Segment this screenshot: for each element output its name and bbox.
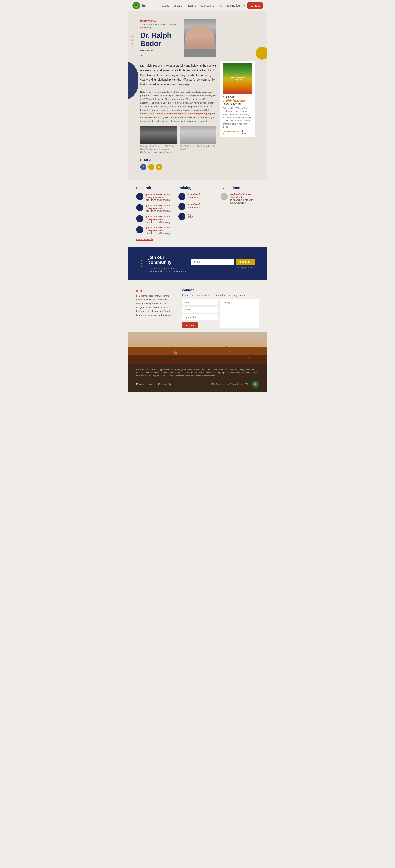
navigation: irm about research training evaluations …: [128, 0, 267, 11]
credits-link[interactable]: Credits: [158, 383, 166, 385]
footer-message-input[interactable]: [220, 299, 259, 329]
bio-main: Dr. Ralph Bodor is a wicihtasow (ally an…: [140, 63, 216, 87]
training-title: training: [178, 186, 217, 190]
research-item-4: iyiniw tâpwêwin ekwa kiskeyitamowin :cre…: [136, 226, 174, 235]
terms-link[interactable]: Terms: [148, 383, 155, 385]
footer-submit-button[interactable]: submit: [182, 322, 198, 329]
landscape-foreground: [128, 354, 267, 364]
side-arrow-3: ▶▶: [131, 42, 134, 45]
hero-name: Dr. Ralph Bodor: [140, 31, 180, 48]
spam-text: We don't spam, honest.: [232, 267, 255, 269]
footer-message-link[interactable]: send us a message: [218, 294, 238, 297]
footer-name-input[interactable]: [182, 299, 218, 305]
evaluations-item-1: kawiyahitamik kesi wîcehtâsôk :to examin…: [221, 193, 259, 204]
email-share-button[interactable]: ✉: [156, 164, 162, 170]
svg-point-6: [254, 383, 256, 385]
training-sub-3: :miyo: [188, 216, 193, 218]
nav-evaluations[interactable]: evaluations: [200, 4, 215, 7]
research-link-2[interactable]: iyiniw tâpwêwin ekwa kiskeyitamowin: [145, 204, 174, 210]
join-arrow-3: ▼: [140, 266, 142, 268]
book-our-book-label: our book: [223, 95, 252, 99]
book-description: Published in 2020, our first book lorem …: [223, 107, 252, 128]
evaluations-title: evaluations: [221, 186, 259, 190]
training-sub-1: :omanitew i: [188, 196, 200, 198]
bio-link-2[interactable]: nêhiyaw kesi wahkotok: Cree relationship…: [156, 113, 211, 115]
research-link-3[interactable]: iyiniw tâpwêwin ekwa kiskeyitamowin: [145, 215, 174, 221]
share-section: share f t ✉: [140, 157, 216, 170]
privacy-link[interactable]: Privacy: [136, 383, 144, 385]
more-research-link[interactable]: more research: [136, 238, 153, 241]
bio-photo-1-caption: Ralph receiving Reverend Chief John Snow…: [140, 145, 177, 154]
footer-copyright: IRM Research and Evaluation Inc. 2021: [211, 383, 250, 385]
research-sub-4: :cree truth and knowing: [145, 232, 174, 235]
join-title: join our community: [148, 255, 187, 265]
territory-text: We would like to take this opportunity t…: [136, 368, 259, 377]
research-link-1[interactable]: iyiniw tâpwêwin ekwa kiskeyitamowin: [145, 193, 174, 198]
section-divider: [128, 176, 267, 180]
join-subtitle: Learn about new research, training and n…: [148, 267, 187, 273]
join-section: ▼ ▼ ▼ join our community Learn about new…: [128, 247, 267, 280]
research-sub-3: :cree truth and knowing: [145, 221, 174, 223]
svg-rect-3: [135, 4, 137, 6]
twitter-share-button[interactable]: t: [148, 164, 154, 170]
subscribe-button[interactable]: subscribe: [236, 258, 255, 265]
training-link-1[interactable]: omanitew i: [188, 193, 200, 196]
nav-logo: [132, 2, 140, 9]
footer-irm-highlight: IRM: [136, 295, 140, 297]
bio-photo-1-container: Ralph receiving Reverend Chief John Snow…: [140, 126, 177, 154]
bio-photo-1: [140, 126, 177, 144]
footer-brand-column: irm IRM provides research, program evalu…: [136, 288, 174, 329]
research-column: research iyiniw tâpwêwin ekwa kiskeyitam…: [136, 186, 174, 241]
footer-email-link[interactable]: contact@irminc.ca: [195, 294, 214, 297]
landscape-animal: 🦌: [173, 350, 178, 355]
research-item-3: iyiniw tâpwêwin ekwa kiskeyitamowin :cre…: [136, 215, 174, 223]
side-arrow-2: ▶▶: [131, 39, 134, 41]
footer-contact-column: contact Email us at contact@irminc.ca or…: [182, 288, 259, 329]
footer-bird-icon: 🐦: [169, 383, 172, 386]
bio-link-1[interactable]: omanitew: [140, 113, 151, 115]
nav-login[interactable]: training login ▼: [226, 4, 245, 7]
research-item-1: iyiniw tâpwêwin ekwa kiskeyitamowin :cre…: [136, 193, 174, 202]
dark-circle-decoration: [128, 61, 138, 100]
evaluations-link-1[interactable]: kawiyahitamik kesi wîcehtâsôk: [230, 193, 259, 198]
nav-training[interactable]: training: [188, 4, 197, 7]
dot-2: •: [156, 383, 157, 385]
research-link-4[interactable]: iyiniw tâpwêwin ekwa kiskeyitamowin: [145, 226, 174, 232]
book-card: ohpikinâwasowingrowing a child our book …: [220, 61, 255, 137]
join-email-input[interactable]: [191, 258, 234, 265]
footer-org-input[interactable]: [182, 314, 218, 320]
facebook-share-button[interactable]: f: [140, 164, 146, 170]
training-item-2: omanitew ii :omanitew ii: [178, 203, 217, 210]
footer-email-input[interactable]: [182, 307, 218, 313]
buy-on-amazon-link[interactable]: buy on amazon ▼: [223, 130, 240, 135]
bio-photo-2-container: Ralph's Reverend Chief John Snow Sr. Awa…: [180, 126, 217, 154]
share-title: share: [140, 157, 216, 162]
hero-section: ▶▶ ▶▶ ▶▶ wicihtasow :ally and helper in …: [140, 19, 216, 176]
landscape-bird: ✈: [226, 344, 228, 347]
book-sidebar: ohpikinâwasowingrowing a child our book …: [220, 19, 255, 176]
contact-button[interactable]: contact: [248, 2, 263, 9]
training-item-3: miyo :miyo: [178, 213, 217, 220]
nav-research[interactable]: research: [173, 4, 184, 7]
landscape-section: 🦌 ✈ ✈: [128, 333, 267, 364]
join-arrow-1: ▼: [140, 259, 142, 262]
nav-links: about research training evaluations 🔍: [162, 4, 222, 7]
search-icon[interactable]: 🔍: [219, 4, 222, 7]
dot-1: •: [145, 383, 146, 385]
footer-contact-email-text: Email us at contact@irminc.ca or send us…: [182, 294, 259, 297]
footer-section: irm IRM provides research, program evalu…: [128, 280, 267, 333]
bottom-footer: We would like to take this opportunity t…: [128, 364, 267, 392]
hero-subtitle: wicihtasow: [140, 19, 180, 23]
evaluations-sub-1: :to examine in order to support/redirect: [230, 198, 259, 204]
research-title: research: [136, 186, 174, 190]
research-item-2: iyiniw tâpwêwin ekwa kiskeyitamowin :cre…: [136, 204, 174, 213]
nav-brand: irm: [142, 4, 147, 8]
learn-more-link[interactable]: learn more: [242, 130, 252, 135]
training-link-2[interactable]: omanitew ii: [188, 203, 200, 206]
book-cover-image: ohpikinâwasowingrowing a child: [223, 63, 252, 94]
nav-about[interactable]: about: [162, 4, 169, 7]
evaluations-column: evaluations kawiyahitamik kesi wîcehtâsô…: [221, 186, 259, 241]
bio-photos: Ralph receiving Reverend Chief John Snow…: [140, 126, 216, 154]
book-title: ohpikinâwasowin: [223, 99, 252, 102]
training-link-3[interactable]: miyo: [188, 213, 193, 216]
